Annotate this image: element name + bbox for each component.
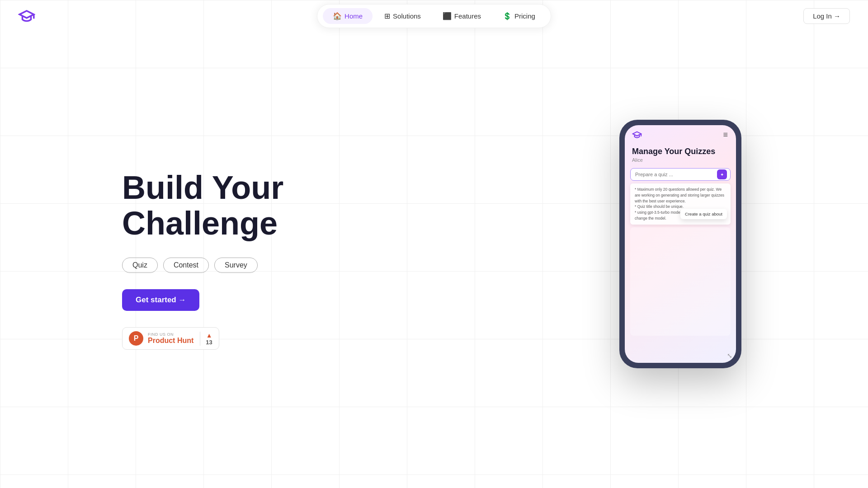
nav-label-home: Home	[344, 12, 363, 20]
tag-survey[interactable]: Survey	[214, 258, 258, 273]
tag-quiz[interactable]: Quiz	[122, 258, 158, 273]
hero-title-line1: Build Your	[122, 169, 283, 206]
tags-row: Quiz Contest Survey	[122, 258, 316, 273]
upvote-arrow-icon: ▲	[206, 332, 212, 339]
nav-label-features: Features	[454, 12, 481, 20]
nav-item-features[interactable]: ⬛ Features	[433, 8, 491, 24]
logo-area[interactable]	[18, 7, 35, 24]
get-started-button[interactable]: Get started →	[122, 289, 199, 311]
hero-title: Build Your Challenge	[122, 170, 316, 241]
hero-section: Build Your Challenge Quiz Contest Survey…	[0, 170, 316, 350]
nav-item-solutions[interactable]: ⊞ Solutions	[374, 8, 431, 24]
ph-name-label: Product Hunt	[148, 337, 193, 345]
nav-item-home[interactable]: 🏠 Home	[323, 8, 373, 24]
main-nav: 🏠 Home ⊞ Solutions ⬛ Features 💲 Pricing	[317, 4, 551, 28]
login-button[interactable]: Log In →	[803, 8, 850, 24]
hero-title-line2: Challenge	[122, 205, 278, 241]
nav-item-pricing[interactable]: 💲 Pricing	[493, 8, 545, 24]
product-hunt-badge[interactable]: P FIND US ON Product Hunt ▲ 13	[122, 327, 219, 350]
ph-find-us-label: FIND US ON	[148, 332, 193, 337]
dollar-icon: 💲	[503, 12, 512, 20]
nav-label-pricing: Pricing	[514, 12, 535, 20]
nav-label-solutions: Solutions	[393, 12, 421, 20]
product-hunt-upvote: ▲ 13	[200, 332, 212, 346]
grid-icon: ⊞	[384, 12, 390, 20]
product-hunt-logo: P	[129, 331, 143, 346]
square-icon: ⬛	[443, 12, 452, 20]
header: 🏠 Home ⊞ Solutions ⬛ Features 💲 Pricing …	[0, 0, 868, 32]
tag-contest[interactable]: Contest	[163, 258, 209, 273]
product-hunt-text: FIND US ON Product Hunt	[148, 332, 193, 345]
home-icon: 🏠	[333, 12, 342, 20]
ph-upvote-count: 13	[206, 339, 212, 346]
logo-icon	[18, 7, 35, 24]
main-content: Build Your Challenge Quiz Contest Survey…	[0, 32, 868, 488]
